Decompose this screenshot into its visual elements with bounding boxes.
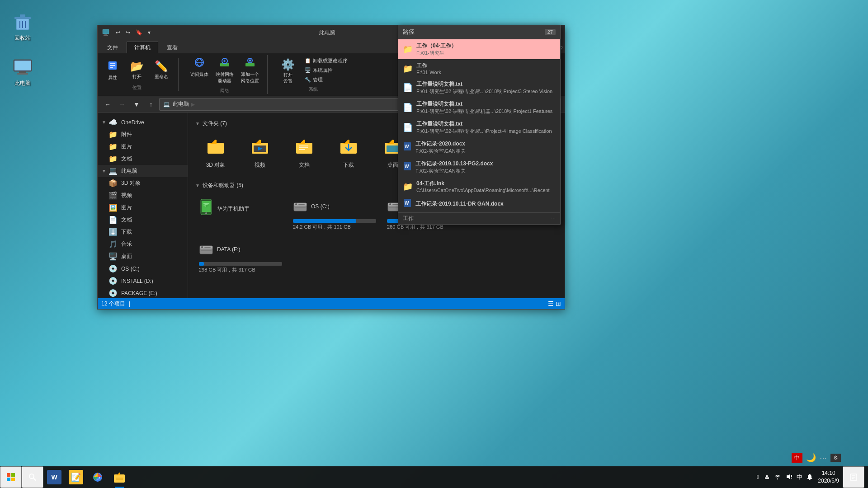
autocomplete-item-doc3[interactable]: 📄 工作量说明文档.txt F:\01-研究生\02-课程\专业课\...\Pr… bbox=[398, 117, 560, 137]
f-bar-bg bbox=[199, 262, 282, 266]
e-drive-sidebar-label: PACKAGE (E:) bbox=[121, 290, 157, 296]
tab-file[interactable]: 文件 bbox=[99, 42, 126, 53]
qat-dropdown[interactable]: ▾ bbox=[146, 28, 152, 37]
sidebar-item-attachments[interactable]: 📁 附件 bbox=[98, 128, 188, 141]
view-icons-btn[interactable]: ⊞ bbox=[556, 300, 561, 307]
forward-button[interactable]: → bbox=[116, 98, 128, 111]
autocomplete-item-doc2[interactable]: 📄 工作量说明文档.txt F:\01-研究生\02-课程\专业课\机器...\… bbox=[398, 98, 560, 117]
properties-btn[interactable]: 属性 bbox=[101, 58, 124, 83]
up-button[interactable]: ↑ bbox=[145, 98, 157, 111]
back-button[interactable]: ← bbox=[101, 98, 114, 111]
device-c[interactable]: OS (C:) 24.2 GB 可用，共 101 GB bbox=[289, 195, 380, 234]
status-separator: | bbox=[129, 300, 130, 307]
sidebar-item-e[interactable]: 💿 PACKAGE (E:) bbox=[98, 287, 188, 298]
doc3-file-icon: 📄 bbox=[403, 122, 413, 132]
open-settings-btn[interactable]: ⚙️ 打开 设置 bbox=[277, 56, 299, 86]
autocomplete-item-log2019dr[interactable]: W 工作记录-2019.10.11-DR GAN.docx bbox=[398, 196, 560, 212]
log2020-docx-icon: W bbox=[403, 142, 412, 153]
tray-network-icon[interactable]: 🖧 bbox=[764, 474, 770, 480]
sidebar-item-pictures[interactable]: 🖼️ 图片 bbox=[98, 202, 188, 214]
tab-computer[interactable]: 计算机 bbox=[127, 42, 158, 53]
uninstall-btn[interactable]: 📋 卸载或更改程序 bbox=[303, 56, 349, 65]
tray-volume-icon[interactable] bbox=[785, 473, 794, 481]
device-f[interactable]: DATA (F:) 298 GB 可用，共 317 GB bbox=[195, 238, 286, 277]
folder-3d[interactable]: 3D 对象 bbox=[195, 133, 236, 173]
folder-documents[interactable]: 文档 bbox=[284, 133, 325, 173]
c-icon bbox=[293, 198, 307, 215]
doc3-path: F:\01-研究生\02-课程\专业课\...\Project-4 Image … bbox=[416, 128, 556, 135]
tray-wifi-icon[interactable] bbox=[773, 473, 782, 481]
view-details-btn[interactable]: ☰ bbox=[548, 300, 554, 307]
address-arrow: ▶ bbox=[191, 101, 195, 108]
svg-marker-74 bbox=[787, 474, 790, 479]
f-name: DATA (F:) bbox=[217, 246, 241, 253]
svg-rect-9 bbox=[17, 73, 28, 75]
ime-settings-gear[interactable]: ⚙ bbox=[830, 454, 841, 462]
tab-view[interactable]: 查看 bbox=[159, 42, 185, 53]
sidebar-item-c[interactable]: 💿 OS (C:) bbox=[98, 263, 188, 275]
access-media-btn[interactable]: 访问媒体 bbox=[188, 55, 211, 86]
device-huawei[interactable]: 华为手机助手 bbox=[195, 195, 286, 234]
autocomplete-item-work[interactable]: 📁 工作 E:\01-Work bbox=[398, 59, 560, 78]
notification-center-btn[interactable] bbox=[843, 466, 864, 488]
recent-locations-button[interactable]: ▼ bbox=[130, 98, 143, 111]
manage-btn[interactable]: 🔧 管理 bbox=[303, 75, 349, 84]
folder-documents-label: 文档 bbox=[299, 161, 310, 169]
sidebar-item-music[interactable]: 🎵 音乐 bbox=[98, 238, 188, 250]
rename-btn[interactable]: ✏️ 重命名 bbox=[150, 58, 173, 83]
qat-undo[interactable]: ↩ bbox=[114, 28, 122, 37]
autocomplete-item-work04[interactable]: 📁 工作（04-工作） F:\01-研究生 bbox=[398, 39, 560, 59]
desktop-icon-pc[interactable]: 此电脑 bbox=[5, 54, 41, 89]
sidebar-item-d[interactable]: 💿 INSTALL (D:) bbox=[98, 275, 188, 287]
folder-3d-label: 3D 对象 bbox=[206, 161, 226, 169]
work04-path: F:\01-研究生 bbox=[416, 50, 556, 56]
work04-text: 工作（04-工作） F:\01-研究生 bbox=[416, 42, 556, 56]
autocomplete-item-log2019pg2[interactable]: W 工作记录-2019.10.13-PG2.docx F:\02-实验室\GAN… bbox=[398, 157, 560, 177]
sidebar-item-desktop[interactable]: 🖥️ 桌面 bbox=[98, 250, 188, 263]
log2019pg2-text: 工作记录-2019.10.13-PG2.docx F:\02-实验室\GAN相关 bbox=[415, 160, 556, 174]
c-bar-fill bbox=[293, 219, 356, 223]
onedrive-expand-icon: ▼ bbox=[101, 120, 107, 125]
sidebar-item-videos[interactable]: 🎬 视频 bbox=[98, 189, 188, 202]
svg-point-48 bbox=[389, 203, 391, 205]
tray-ime-label[interactable]: 中 bbox=[797, 473, 802, 481]
autocomplete-item-shortcut[interactable]: 📁 04-工作.lnk C:\Users\CatOneTwo\AppData\R… bbox=[398, 177, 560, 196]
taskbar-time-text: 14:10 bbox=[818, 469, 839, 477]
svg-rect-45 bbox=[295, 207, 306, 208]
f-free-text: 298 GB 可用，共 317 GB bbox=[199, 267, 282, 273]
system-props-btn[interactable]: 🖥️ 系统属性 bbox=[303, 66, 349, 75]
tray-arrow[interactable]: ⇧ bbox=[755, 474, 761, 480]
open-icon: 📂 bbox=[130, 60, 144, 73]
start-button[interactable] bbox=[0, 466, 22, 488]
map-drive-btn[interactable]: 映射网络 驱动器 bbox=[213, 55, 236, 86]
quick-access-toolbar: ↩ ↪ 🔖 ▾ bbox=[114, 28, 152, 37]
ime-chinese-btn[interactable]: 中 bbox=[792, 453, 802, 463]
folder-downloads[interactable]: 下载 bbox=[328, 133, 369, 173]
desktop-icon-recycle[interactable]: 回收站 bbox=[5, 9, 41, 44]
autocomplete-item-log2020[interactable]: W 工作记录-2020.docx F:\02-实验室\GAN相关 bbox=[398, 137, 560, 157]
sidebar-item-thispc[interactable]: ▼ 💻 此电脑 bbox=[98, 165, 188, 177]
taskbar-explorer[interactable] bbox=[108, 466, 130, 488]
sidebar-item-downloads[interactable]: ⬇️ 下载 bbox=[98, 226, 188, 238]
ime-settings-dots[interactable]: ⋯ bbox=[820, 454, 827, 462]
taskbar-chrome[interactable] bbox=[87, 466, 108, 488]
folder-videos[interactable]: 视频 bbox=[240, 133, 280, 173]
autocomplete-item-doc1[interactable]: 📄 工作量说明文档.txt F:\01-研究生\02-课程\专业课\...\20… bbox=[398, 78, 560, 98]
work04-title: 工作（04-工作） bbox=[416, 42, 556, 50]
sidebar-item-onedrive[interactable]: ▼ ☁️ OneDrive bbox=[98, 116, 188, 128]
sidebar-item-documents-od[interactable]: 📁 文档 bbox=[98, 153, 188, 165]
qat-properties[interactable]: 🔖 bbox=[134, 28, 144, 37]
taskbar-word[interactable]: W bbox=[43, 466, 65, 488]
sidebar-item-documents[interactable]: 📄 文档 bbox=[98, 214, 188, 226]
taskbar-datetime[interactable]: 14:10 2020/5/9 bbox=[818, 469, 839, 485]
add-network-btn[interactable]: 添加一个 网络位置 bbox=[238, 55, 262, 86]
sidebar-item-pictures-od[interactable]: 📁 图片 bbox=[98, 141, 188, 153]
qat-redo[interactable]: ↪ bbox=[124, 28, 132, 37]
sidebar-item-3d[interactable]: 📦 3D 对象 bbox=[98, 177, 188, 189]
shortcut-title: 04-工作.lnk bbox=[416, 180, 556, 188]
open-btn[interactable]: 📂 打开 bbox=[126, 58, 148, 83]
ime-moon-btn[interactable]: 🌙 bbox=[806, 453, 816, 463]
tray-notification-icon[interactable] bbox=[805, 473, 814, 481]
search-taskbar-btn[interactable] bbox=[22, 466, 43, 488]
taskbar-sticky[interactable]: 📝 bbox=[65, 466, 87, 488]
